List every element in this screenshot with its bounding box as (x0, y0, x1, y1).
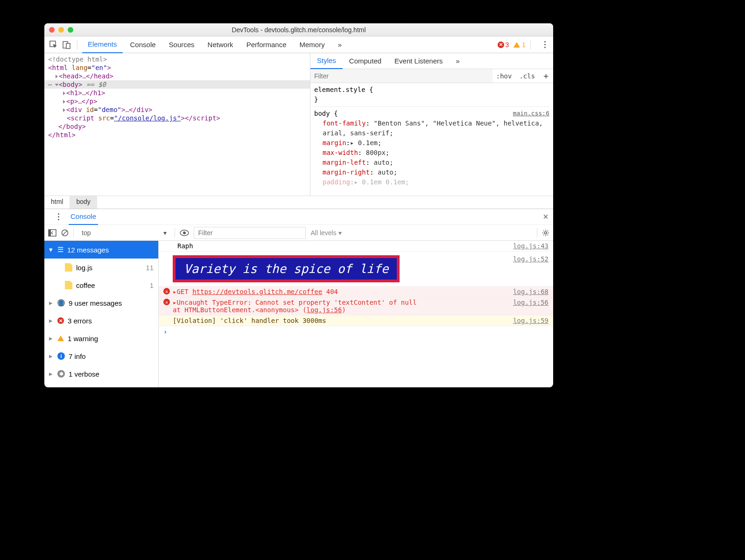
console-messages: Raph log.js:43 Variety is the spice of l… (159, 241, 553, 387)
live-expression-icon[interactable] (180, 230, 189, 236)
warning-count-badge[interactable]: 1 (513, 41, 526, 49)
sidebar-all-messages[interactable]: ▾ ☰ 12 messages (44, 241, 158, 259)
source-link[interactable]: log.js:43 (513, 242, 548, 250)
expand-icon[interactable] (56, 75, 58, 78)
breadcrumb: html body (44, 196, 553, 209)
separator (77, 40, 77, 49)
warning-icon (513, 42, 520, 48)
subtab-event-listeners[interactable]: Event Listeners (388, 53, 449, 69)
expand-icon[interactable] (63, 108, 65, 112)
console-prompt[interactable]: › (159, 326, 553, 337)
log-levels-dropdown[interactable]: All levels ▾ (310, 229, 341, 237)
styles-rules[interactable]: element.style {} main.css:6 body { font-… (310, 83, 553, 189)
sidebar-errors[interactable]: ▸✕3 errors (44, 312, 158, 329)
sidebar-file[interactable]: log.js11 (44, 259, 158, 276)
log-message-styled[interactable]: Variety is the spice of life log.js:52 (159, 252, 553, 287)
context-selector[interactable]: top▾ (78, 228, 170, 238)
main-pane: <!doctype html> <html lang="en"> <head>…… (44, 53, 553, 196)
error-icon: ✕ (163, 288, 170, 294)
tabs-overflow[interactable]: » (332, 36, 347, 53)
svg-point-9 (545, 231, 547, 234)
list-icon: ☰ (57, 245, 63, 254)
source-link[interactable]: main.css:6 (513, 109, 549, 118)
file-icon (65, 263, 72, 272)
styled-log-banner: Variety is the spice of life (173, 255, 400, 282)
sidebar-user-messages[interactable]: ▸👤9 user messages (44, 294, 158, 312)
info-icon: i (57, 352, 65, 360)
violation-message[interactable]: [Violation] 'click' handler took 3000ms … (159, 315, 553, 326)
error-message[interactable]: ✕ ▸Uncaught TypeError: Cannot set proper… (159, 297, 553, 315)
close-drawer-icon[interactable]: × (543, 211, 548, 222)
new-style-rule-icon[interactable]: + (539, 71, 553, 81)
window-title: DevTools - devtools.glitch.me/console/lo… (44, 26, 553, 34)
settings-menu-icon[interactable] (540, 41, 549, 48)
bug-icon: ✱ (57, 370, 65, 378)
sidebar-warnings[interactable]: ▸1 warning (44, 329, 158, 347)
styles-filter-row: :hov .cls + (310, 69, 553, 83)
tab-elements[interactable]: Elements (82, 36, 123, 53)
sidebar-file[interactable]: coffee1 (44, 276, 158, 294)
titlebar: DevTools - devtools.glitch.me/console/lo… (44, 23, 553, 36)
sidebar-toggle-icon[interactable] (48, 229, 56, 237)
error-message[interactable]: ✕ ▸GET https://devtools.glitch.me/coffee… (159, 287, 553, 297)
collapse-icon[interactable] (55, 84, 58, 86)
crumb-body[interactable]: body (70, 196, 97, 209)
sidebar-verbose[interactable]: ▸✱1 verbose (44, 365, 158, 383)
drawer-tab-console[interactable]: Console (69, 209, 98, 225)
subtabs-overflow[interactable]: » (449, 53, 466, 69)
console-drawer: Console × top▾ All levels ▾ ▾ ☰ 12 messa… (44, 209, 553, 387)
tab-sources[interactable]: Sources (163, 36, 200, 53)
tab-performance[interactable]: Performance (241, 36, 292, 53)
file-icon (65, 281, 72, 289)
expand-icon[interactable] (63, 100, 65, 104)
hov-toggle[interactable]: :hov (492, 72, 516, 80)
crumb-html[interactable]: html (44, 196, 70, 209)
error-icon: ✕ (498, 42, 504, 48)
selected-element[interactable]: ⋯ <body> == $0 (44, 80, 310, 89)
device-toolbar-icon[interactable] (61, 39, 72, 50)
tab-memory[interactable]: Memory (294, 36, 330, 53)
devtools-window: DevTools - devtools.glitch.me/console/lo… (44, 23, 553, 387)
inspect-icon[interactable] (48, 39, 59, 50)
tab-console[interactable]: Console (125, 36, 162, 53)
console-sidebar: ▾ ☰ 12 messages log.js11 coffee1 ▸👤9 use… (44, 241, 159, 387)
sidebar-info[interactable]: ▸i7 info (44, 347, 158, 365)
clear-console-icon[interactable] (61, 229, 69, 237)
error-icon: ✕ (163, 299, 170, 305)
source-link[interactable]: log.js:52 (513, 255, 548, 263)
source-link[interactable]: log.js:59 (513, 317, 548, 324)
source-link[interactable]: log.js:68 (513, 288, 548, 295)
separator (530, 40, 531, 49)
element-style-rule: element.style {} (314, 85, 549, 105)
error-icon: ✕ (57, 317, 64, 324)
styles-subtabs: Styles Computed Event Listeners » (310, 53, 553, 69)
svg-point-8 (183, 231, 186, 234)
console-filter-input[interactable] (194, 227, 306, 239)
styles-filter-input[interactable] (310, 69, 492, 83)
user-icon: 👤 (57, 299, 65, 307)
source-link[interactable]: log.js:56 (513, 299, 548, 306)
tab-network[interactable]: Network (202, 36, 239, 53)
expand-icon[interactable] (63, 91, 65, 95)
svg-rect-2 (66, 43, 70, 49)
console-toolbar: top▾ All levels ▾ (44, 225, 553, 241)
subtab-styles[interactable]: Styles (310, 53, 343, 69)
svg-rect-4 (49, 230, 51, 236)
doctype: <!doctype html> (48, 56, 107, 63)
svg-line-6 (63, 231, 67, 235)
cls-toggle[interactable]: .cls (515, 72, 539, 80)
elements-tree[interactable]: <!doctype html> <html lang="en"> <head>…… (44, 53, 310, 196)
warning-icon (57, 336, 64, 341)
drawer-header: Console × (44, 209, 553, 225)
styles-pane: Styles Computed Event Listeners » :hov .… (310, 53, 553, 196)
drawer-menu-icon[interactable] (54, 213, 63, 220)
console-body: ▾ ☰ 12 messages log.js11 coffee1 ▸👤9 use… (44, 241, 553, 387)
log-message[interactable]: Raph log.js:43 (159, 241, 553, 252)
subtab-computed[interactable]: Computed (343, 53, 388, 69)
main-tabs: Elements Console Sources Network Perform… (44, 36, 553, 53)
console-settings-icon[interactable] (542, 229, 549, 237)
error-count-badge[interactable]: ✕3 (498, 41, 509, 49)
